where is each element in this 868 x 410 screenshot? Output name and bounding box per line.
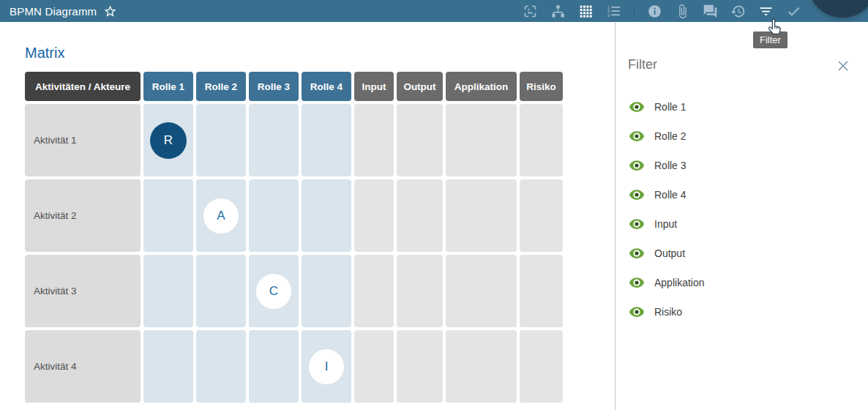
user-avatar[interactable] [808,0,868,18]
matrix-cell[interactable] [196,104,246,176]
filter-item-applikation[interactable]: Applikation [629,268,861,297]
check-icon[interactable] [786,4,801,19]
raci-badge-consulted[interactable]: C [256,274,291,309]
matrix-cell[interactable] [397,330,443,403]
matrix-cell[interactable] [354,104,394,176]
page-title: Matrix [25,45,64,61]
row-label-aktivitaet-4[interactable]: Aktivität 4 [25,330,141,403]
matrix-cell[interactable] [302,179,351,252]
matrix-cell[interactable] [520,104,563,176]
toolbar-divider [634,5,635,17]
row-label-aktivitaet-2[interactable]: Aktivität 2 [25,179,141,252]
matrix-grid-icon[interactable] [578,4,594,19]
matrix-cell[interactable] [143,330,193,403]
filter-item-label: Rolle 1 [654,101,686,113]
filter-item-label: Rolle 2 [654,130,686,142]
column-header-aktivitaeten-akteure[interactable]: Aktivitäten / Akteure [25,72,141,101]
matrix-cell[interactable]: R [143,104,193,176]
visibility-icon[interactable] [629,157,645,174]
numbered-list-icon[interactable]: 1 2 3 [606,4,621,19]
matrix-cell[interactable] [520,255,563,327]
column-header-rolle-1[interactable]: Rolle 1 [143,72,193,101]
matrix-cell[interactable] [354,179,394,252]
matrix-cell[interactable] [302,255,351,327]
filter-tooltip: Filter [753,31,787,48]
filter-item-label: Input [654,218,677,230]
visibility-icon[interactable] [629,275,645,291]
org-chart-icon[interactable] [550,4,566,19]
column-header-rolle-4[interactable]: Rolle 4 [302,72,351,101]
raci-badge-responsible[interactable]: R [150,122,187,159]
top-bar: BPMN Diagramm [0,0,868,22]
filter-item-label: Output [654,247,685,259]
column-header-output[interactable]: Output [397,72,443,101]
matrix-cell[interactable]: I [302,330,351,403]
matrix-cell[interactable] [302,104,351,176]
filter-item-label: Risiko [654,306,682,318]
matrix-cell[interactable]: C [249,255,299,327]
info-icon[interactable] [647,4,662,19]
matrix-cell[interactable] [520,330,563,403]
filter-item-rolle-3[interactable]: Rolle 3 [629,151,861,180]
filter-item-rolle-2[interactable]: Rolle 2 [629,122,861,151]
matrix-cell[interactable] [354,255,394,327]
matrix-cell[interactable] [143,255,193,327]
toolbar: 1 2 3 [523,0,801,22]
visibility-icon[interactable] [629,187,645,203]
raci-matrix: Aktivitäten / Akteure Rolle 1 Rolle 2 Ro… [25,72,563,403]
svg-text:3: 3 [607,12,610,17]
matrix-cell[interactable] [397,104,443,176]
row-label-aktivitaet-3[interactable]: Aktivität 3 [25,255,141,327]
filter-item-output[interactable]: Output [629,239,861,268]
filter-item-label: Rolle 4 [654,189,686,201]
matrix-cell[interactable] [446,179,517,252]
matrix-cell[interactable] [397,255,443,327]
matrix-cell[interactable] [446,255,517,327]
filter-item-input[interactable]: Input [629,209,861,239]
filter-list: Rolle 1 Rolle 2 Rolle 3 Rolle 4 Input Ou… [629,92,861,327]
visibility-icon[interactable] [629,245,645,261]
comments-icon[interactable] [703,4,718,19]
raci-badge-informed[interactable]: I [309,349,344,384]
visibility-icon[interactable] [629,128,645,144]
filter-item-rolle-4[interactable]: Rolle 4 [629,180,861,209]
filter-panel: Filter Rolle 1 Rolle 2 Rolle 3 Rolle 4 I… [615,22,868,410]
raci-badge-accountable[interactable]: A [203,198,239,234]
star-outline-icon[interactable] [103,4,117,18]
attachment-icon[interactable] [675,4,690,19]
visibility-icon[interactable] [629,216,645,232]
filter-item-rolle-1[interactable]: Rolle 1 [629,92,861,122]
column-header-applikation[interactable]: Applikation [446,72,517,101]
matrix-cell[interactable] [196,330,246,403]
matrix-cell[interactable] [446,330,517,403]
matrix-cell[interactable] [354,330,394,403]
matrix-cell[interactable] [520,179,563,252]
filter-item-label: Rolle 3 [654,160,686,171]
matrix-cell[interactable] [143,179,193,252]
matrix-cell[interactable] [446,104,517,176]
column-header-rolle-2[interactable]: Rolle 2 [196,72,246,101]
matrix-cell[interactable] [249,179,299,252]
matrix-cell[interactable]: A [196,179,246,252]
column-header-risiko[interactable]: Risiko [520,72,563,101]
image-view-icon[interactable] [523,4,538,19]
matrix-cell[interactable] [196,255,246,327]
history-icon[interactable] [730,4,746,19]
filter-item-label: Applikation [654,277,705,288]
filter-icon[interactable] [758,4,774,19]
document-title: BPMN Diagramm [10,5,97,18]
close-icon[interactable] [834,57,852,75]
visibility-icon[interactable] [629,99,645,115]
column-header-input[interactable]: Input [354,72,394,101]
matrix-cell[interactable] [249,330,299,403]
column-header-rolle-3[interactable]: Rolle 3 [249,72,299,101]
filter-panel-title: Filter [628,57,657,72]
matrix-cell[interactable] [249,104,299,176]
filter-item-risiko[interactable]: Risiko [629,297,861,327]
row-label-aktivitaet-1[interactable]: Aktivität 1 [25,104,141,176]
matrix-cell[interactable] [397,179,443,252]
visibility-icon[interactable] [629,304,645,320]
